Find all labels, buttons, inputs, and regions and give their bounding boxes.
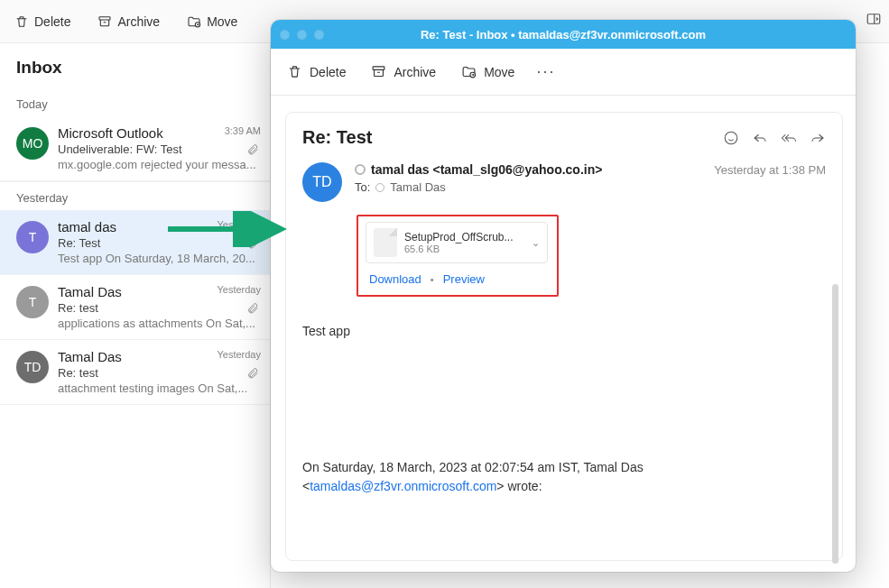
attachment-card[interactable]: SetupProd_OffScrub... 65.6 KB ⌄ xyxy=(366,222,548,263)
row-preview: Test app On Saturday, 18 March, 20... xyxy=(58,252,259,265)
to-label: To: xyxy=(355,180,370,194)
paperclip-icon xyxy=(246,143,259,156)
attachment-download-link[interactable]: Download xyxy=(369,272,421,286)
quote-email-link[interactable]: tamaldas@zf3vr.onmicrosoft.com xyxy=(310,479,496,493)
paperclip-icon xyxy=(246,302,259,315)
row-time: Yesterday xyxy=(217,349,261,360)
reply-icon[interactable] xyxy=(752,130,768,146)
message-popup-window: Re: Test - Inbox • tamaldas@zf3vr.onmicr… xyxy=(271,20,856,572)
avatar: T xyxy=(16,221,49,253)
reply-all-icon[interactable] xyxy=(781,130,797,146)
message-groups: Today MO Microsoft Outlook Undeliverable… xyxy=(0,88,270,405)
attachment-name: SetupProd_OffScrub... xyxy=(404,231,524,243)
svg-rect-3 xyxy=(374,67,385,70)
inbox-title: Inbox xyxy=(0,43,270,88)
attachment-highlight-box: SetupProd_OffScrub... 65.6 KB ⌄ Download… xyxy=(357,215,559,297)
row-subject: Undeliverable: FW: Test xyxy=(58,142,259,156)
message-row[interactable]: T Tamal Das Re: test applications as att… xyxy=(0,275,270,340)
svg-rect-0 xyxy=(99,16,110,19)
zoom-dot[interactable] xyxy=(314,30,324,40)
vertical-scrollbar[interactable] xyxy=(832,284,838,564)
popup-titlebar[interactable]: Re: Test - Inbox • tamaldas@zf3vr.onmicr… xyxy=(271,20,856,49)
close-dot[interactable] xyxy=(280,30,290,40)
window-controls[interactable] xyxy=(280,30,324,40)
minimize-dot[interactable] xyxy=(297,30,307,40)
popup-move-label: Move xyxy=(484,65,514,79)
folder-move-icon xyxy=(461,64,477,79)
message-row[interactable]: MO Microsoft Outlook Undeliverable: FW: … xyxy=(0,116,270,181)
presence-status-icon xyxy=(355,164,366,175)
archive-icon xyxy=(371,64,386,79)
chevron-down-icon[interactable]: ⌄ xyxy=(532,237,540,249)
row-subject: Re: Test xyxy=(58,236,259,250)
popup-toolbar: Delete Archive Move ··· xyxy=(271,49,856,96)
message-row[interactable]: TD Tamal Das Re: test attachment testing… xyxy=(0,340,270,405)
emoji-react-icon[interactable] xyxy=(723,130,739,146)
paperclip-icon xyxy=(246,237,259,250)
from-display: tamal das <tamal_slg06@yahoo.co.in> xyxy=(371,162,602,177)
group-header: Today xyxy=(0,88,270,116)
message-timestamp: Yesterday at 1:38 PM xyxy=(714,163,826,177)
popup-window-title: Re: Test - Inbox • tamaldas@zf3vr.onmicr… xyxy=(271,28,856,41)
row-time: Yesterday xyxy=(217,219,261,230)
message-subject: Re: Test xyxy=(302,127,372,148)
avatar: MO xyxy=(16,127,49,160)
message-row[interactable]: T tamal das Re: Test Test app On Saturda… xyxy=(0,210,270,275)
attachment-preview-link[interactable]: Preview xyxy=(443,272,485,286)
message-body: Test app xyxy=(302,322,826,341)
message-action-icons xyxy=(723,130,826,146)
quote-suffix: > wrote: xyxy=(496,479,542,493)
avatar: T xyxy=(16,286,49,318)
row-preview: mx.google.com rejected your messa... xyxy=(58,158,259,171)
forward-icon[interactable] xyxy=(810,130,826,146)
bg-delete-button[interactable]: Delete xyxy=(9,11,76,32)
folder-move-icon xyxy=(187,14,201,29)
popup-archive-button[interactable]: Archive xyxy=(367,60,440,83)
panel-toggle-icon[interactable] xyxy=(866,11,882,27)
attachment-size: 65.6 KB xyxy=(404,243,524,254)
group-header: Yesterday xyxy=(0,181,270,210)
to-name: Tamal Das xyxy=(390,180,445,194)
quoted-header: On Saturday, 18 March, 2023 at 02:07:54 … xyxy=(302,458,826,496)
separator-dot: • xyxy=(431,274,434,285)
more-actions-button[interactable]: ··· xyxy=(536,62,555,81)
trash-icon xyxy=(14,14,29,29)
bg-move-button[interactable]: Move xyxy=(181,11,243,32)
bg-delete-label: Delete xyxy=(34,14,70,29)
bg-archive-button[interactable]: Archive xyxy=(92,11,165,32)
row-time: 3:39 AM xyxy=(225,125,261,136)
avatar: TD xyxy=(16,351,49,383)
row-preview: applications as attachments On Sat,... xyxy=(58,317,259,330)
svg-point-5 xyxy=(725,132,737,144)
paperclip-icon xyxy=(246,367,259,380)
recipient-presence-icon xyxy=(375,183,384,192)
message-list-panel: Inbox Today MO Microsoft Outlook Undeliv… xyxy=(0,43,271,588)
popup-move-button[interactable]: Move xyxy=(458,60,518,83)
trash-icon xyxy=(287,64,302,79)
sender-avatar: TD xyxy=(302,162,342,202)
file-icon xyxy=(374,228,397,257)
row-preview: attachment testing images On Sat,... xyxy=(58,381,259,395)
bg-archive-label: Archive xyxy=(117,14,160,29)
popup-archive-label: Archive xyxy=(394,65,436,79)
popup-delete-label: Delete xyxy=(310,65,346,79)
popup-delete-button[interactable]: Delete xyxy=(283,60,349,83)
row-time: Yesterday xyxy=(217,284,261,295)
message-content: Re: Test TD xyxy=(285,112,843,561)
bg-move-label: Move xyxy=(207,14,237,29)
row-subject: Re: test xyxy=(58,301,259,315)
archive-icon xyxy=(97,14,112,29)
row-subject: Re: test xyxy=(58,366,259,380)
